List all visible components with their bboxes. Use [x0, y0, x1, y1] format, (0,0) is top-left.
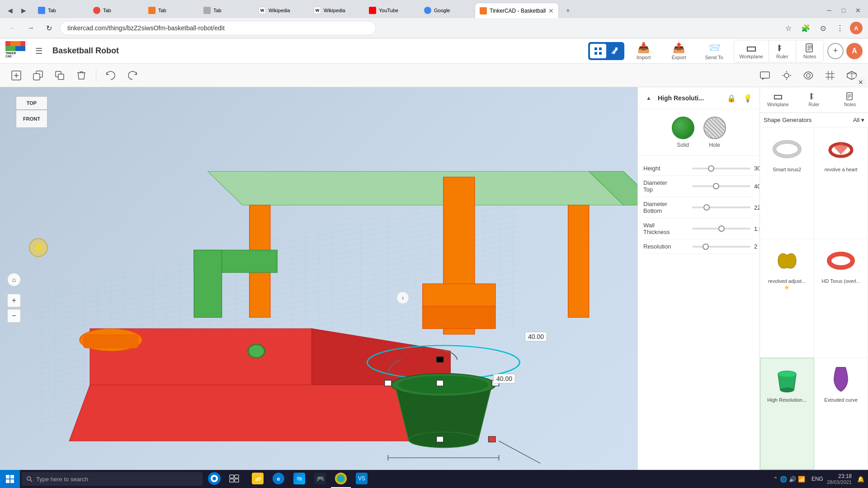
panel-collapse-btn[interactable]: ▲: [643, 93, 654, 103]
shape-item-revolved-adjust[interactable]: revolved adjust... ★: [760, 239, 814, 358]
taskbar-vscode-btn[interactable]: VS: [352, 470, 372, 488]
workplane-tab[interactable]: Workplane: [734, 40, 769, 62]
extensions-puzzle-btn[interactable]: 🧩: [798, 21, 813, 35]
grid-view-btn[interactable]: [821, 66, 839, 84]
workplane-sidebar-tab[interactable]: Workplane: [760, 87, 796, 113]
profile-avatar[interactable]: A: [846, 43, 863, 59]
language-indicator[interactable]: ENG: [810, 476, 825, 482]
taskbar-explorer-btn[interactable]: 📁: [248, 470, 268, 488]
volume-icon[interactable]: 🔊: [789, 476, 796, 483]
tab-inactive-wiki2[interactable]: W Wikipedia: [309, 3, 363, 18]
notes-tab[interactable]: Notes: [796, 40, 823, 62]
tab-inactive-4[interactable]: Tab: [199, 3, 253, 18]
profile-settings-btn[interactable]: ⊙: [816, 21, 830, 35]
taskbar-clock[interactable]: 23:18 28/03/2021: [827, 473, 855, 485]
send-to-btn[interactable]: 📨 Send To: [698, 40, 730, 62]
svg-rect-95: [230, 475, 234, 478]
view-toggle[interactable]: [588, 42, 624, 60]
bookmark-btn[interactable]: ☆: [781, 21, 796, 35]
toolbar: [0, 64, 868, 87]
duplicate-btn[interactable]: [51, 66, 69, 84]
address-input[interactable]: [60, 21, 376, 35]
shape-item-hd-torus[interactable]: HD Torus (overl...: [814, 239, 868, 358]
taskbar-search[interactable]: Type here to search: [22, 472, 203, 486]
copy-btn[interactable]: [29, 66, 47, 84]
ruler-tab[interactable]: Ruler: [769, 40, 796, 62]
diameter-bottom-slider[interactable]: [692, 206, 750, 208]
tab-back-btn[interactable]: ◀: [4, 4, 16, 17]
start-button[interactable]: [0, 470, 20, 488]
workplane-label: Workplane: [740, 54, 763, 59]
filter-dropdown-btn[interactable]: All ▾: [853, 117, 864, 123]
shape-item-smart-torus2[interactable]: Smart torus2: [760, 127, 814, 239]
close-btn[interactable]: ✕: [852, 4, 864, 17]
revolved-adjust-thumbnail: [769, 245, 805, 277]
wall-thickness-slider[interactable]: [692, 228, 750, 230]
light-icon: [781, 70, 792, 81]
taskbar-steam-btn[interactable]: 🎮: [310, 470, 330, 488]
shape-item-extruded-curve[interactable]: Extruded curve: [814, 358, 868, 469]
solid-option[interactable]: Solid: [672, 117, 694, 148]
refresh-btn[interactable]: ↻: [42, 21, 56, 35]
tab-forward-btn[interactable]: ▶: [17, 4, 30, 17]
taskbar-cortana-btn[interactable]: [204, 470, 224, 488]
task-view-btn[interactable]: [224, 470, 244, 488]
add-profile-btn[interactable]: +: [827, 43, 844, 59]
ruler-sidebar-tab[interactable]: Ruler: [796, 87, 832, 113]
tab-active-tinkercad[interactable]: TinkerCAD - Basketball ✕: [475, 3, 559, 18]
hole-label: Hole: [709, 142, 720, 148]
close-shapes-btn[interactable]: ✕: [855, 87, 866, 88]
restore-btn[interactable]: □: [837, 4, 850, 17]
smart-torus2-thumbnail: [769, 133, 805, 165]
tab-inactive-wiki[interactable]: W Wikipedia: [254, 3, 308, 18]
tab-inactive-g[interactable]: Google: [420, 3, 474, 18]
viewport[interactable]: TOP FRONT ⌂ + −: [0, 87, 637, 488]
forward-btn[interactable]: →: [24, 21, 38, 35]
new-shape-btn[interactable]: [7, 66, 25, 84]
notes-sidebar-tab[interactable]: Notes: [832, 87, 868, 113]
undo-btn[interactable]: [102, 66, 120, 84]
import-btn[interactable]: 📥 Import: [628, 40, 660, 62]
scene-svg: [0, 87, 637, 488]
delete-btn[interactable]: [72, 66, 90, 84]
properties-list: Height 30 DiameterTop 40 DiameterBottom …: [638, 156, 760, 488]
light-btn[interactable]: [778, 66, 796, 84]
back-btn[interactable]: ←: [5, 21, 20, 35]
shape-item-revolve-heart[interactable]: revolve a heart: [814, 127, 868, 239]
resolution-slider[interactable]: [692, 246, 750, 248]
export-btn[interactable]: 📤 Export: [663, 40, 695, 62]
expand-panel-btn[interactable]: ›: [396, 291, 409, 304]
svg-rect-91: [6, 479, 9, 483]
new-tab-btn[interactable]: +: [561, 4, 574, 17]
tab-inactive-yt[interactable]: YouTube: [364, 3, 419, 18]
taskbar-edge-btn[interactable]: e: [269, 470, 288, 488]
taskbar-chrome-btn[interactable]: 🌐: [331, 470, 351, 488]
panel-help-btn[interactable]: 💡: [741, 92, 754, 104]
svg-rect-96: [235, 475, 239, 478]
tab-inactive-1[interactable]: Tab: [33, 3, 88, 18]
notification-btn[interactable]: 🔔: [857, 476, 864, 483]
redo-icon: [127, 70, 138, 81]
panel-lock-btn[interactable]: 🔒: [725, 92, 738, 104]
clock-date: 28/03/2021: [827, 479, 852, 485]
shape-item-high-resolution[interactable]: High Resolution...: [760, 358, 814, 469]
hole-option[interactable]: Hole: [703, 117, 726, 148]
clock-time: 23:18: [838, 473, 852, 479]
comment-btn[interactable]: [756, 66, 774, 84]
notes-icon: [805, 43, 815, 53]
redo-btn[interactable]: [123, 66, 142, 84]
user-avatar[interactable]: A: [850, 22, 863, 34]
tab-inactive-2[interactable]: Tab: [89, 3, 143, 18]
tab-inactive-3[interactable]: Tab: [144, 3, 198, 18]
menu-btn[interactable]: ⋮: [833, 21, 847, 35]
tinkercad-logo[interactable]: TINKERCAD: [5, 41, 25, 61]
minimize-btn[interactable]: ─: [823, 4, 835, 17]
view-btn[interactable]: [799, 66, 817, 84]
height-slider[interactable]: [692, 168, 750, 169]
tab-close-btn[interactable]: ✕: [548, 7, 554, 14]
taskbar-store-btn[interactable]: 🛍: [289, 470, 309, 488]
hamburger-btn[interactable]: ☰: [31, 43, 47, 59]
up-arrow-tray[interactable]: ⌃: [773, 476, 778, 483]
network-icon[interactable]: 🌐: [780, 476, 787, 483]
diameter-top-slider[interactable]: [692, 185, 750, 187]
